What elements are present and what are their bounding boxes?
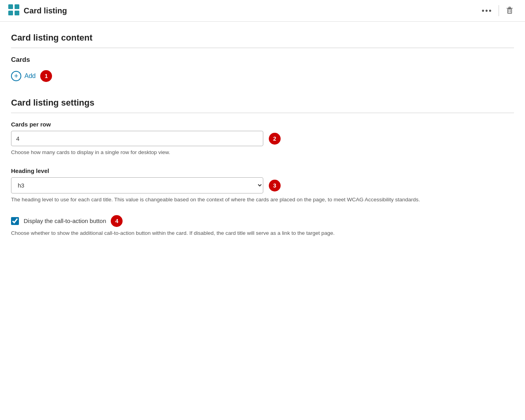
svg-rect-0 <box>8 4 13 9</box>
trash-icon <box>505 6 514 15</box>
title-bar: Card listing ••• <box>0 0 525 22</box>
svg-rect-4 <box>508 9 512 13</box>
content-section-divider <box>11 48 514 48</box>
heading-level-input-row: h1 h2 h3 h4 h5 h6 3 <box>11 177 514 193</box>
cta-checkbox-group: Display the call-to-action button 4 Choo… <box>11 215 514 237</box>
app-icon <box>8 4 20 17</box>
heading-level-group: Heading level h1 h2 h3 h4 h5 h6 3 The he… <box>11 167 514 204</box>
cta-checkbox[interactable] <box>11 217 19 225</box>
cta-checkbox-label[interactable]: Display the call-to-action button <box>24 217 106 224</box>
settings-section-heading: Card listing settings <box>11 98 514 108</box>
content-section-heading: Card listing content <box>11 33 514 43</box>
cards-per-row-input-row: 2 <box>11 131 514 146</box>
app-container: Card listing ••• Card listing content Ca… <box>0 0 525 420</box>
add-card-button[interactable]: + Add <box>11 71 35 81</box>
heading-level-badge: 3 <box>269 180 281 191</box>
settings-section-divider <box>11 113 514 113</box>
delete-button[interactable] <box>502 4 517 17</box>
main-content: Card listing content Cards + Add 1 Card … <box>0 22 525 264</box>
title-bar-right: ••• <box>478 4 517 17</box>
cards-badge: 1 <box>40 70 52 82</box>
cards-per-row-description: Choose how many cards to display in a si… <box>11 149 484 156</box>
cards-per-row-group: Cards per row 2 Choose how many cards to… <box>11 121 514 156</box>
svg-rect-1 <box>15 4 19 9</box>
title-bar-left: Card listing <box>8 4 67 17</box>
heading-level-description: The heading level to use for each card t… <box>11 196 484 204</box>
cta-checkbox-badge: 4 <box>111 215 123 227</box>
svg-rect-2 <box>8 11 13 15</box>
add-circle-icon: + <box>11 71 21 81</box>
more-options-button[interactable]: ••• <box>478 5 495 17</box>
vertical-divider <box>499 5 499 16</box>
settings-section: Card listing settings Cards per row 2 Ch… <box>11 98 514 237</box>
cards-per-row-input[interactable] <box>11 131 263 146</box>
svg-rect-3 <box>15 11 19 15</box>
add-button-label: Add <box>24 72 35 80</box>
cta-checkbox-row: Display the call-to-action button 4 <box>11 215 514 227</box>
cta-checkbox-description: Choose whether to show the additional ca… <box>11 229 484 237</box>
cards-subsection-heading: Cards <box>11 56 514 64</box>
cards-per-row-badge: 2 <box>269 133 281 145</box>
add-row: + Add 1 <box>11 70 514 82</box>
svg-rect-6 <box>509 7 510 8</box>
heading-level-label: Heading level <box>11 167 514 174</box>
cards-per-row-label: Cards per row <box>11 121 514 128</box>
page-title: Card listing <box>24 6 67 15</box>
heading-level-select[interactable]: h1 h2 h3 h4 h5 h6 <box>11 177 263 193</box>
